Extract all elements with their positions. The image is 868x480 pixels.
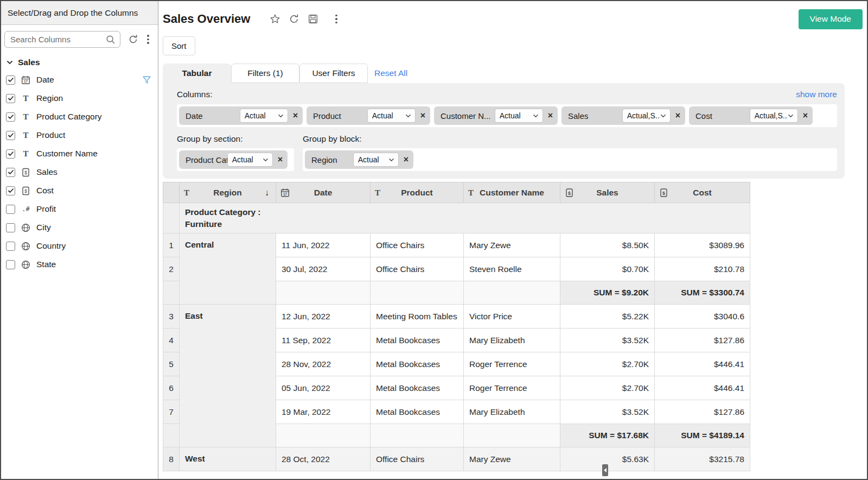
columns-label: Columns: — [177, 90, 212, 99]
sidebar-item-product[interactable]: T Product — [1, 126, 158, 144]
row-number: 3 — [163, 305, 180, 329]
row-number: 6 — [163, 376, 180, 400]
aggregation-select[interactable]: Actual — [495, 109, 543, 123]
column-header-sales[interactable]: $ Sales — [560, 182, 655, 203]
product-cell: Meeting Room Tables — [371, 305, 464, 329]
column-header-date[interactable]: 17 Date — [276, 182, 371, 203]
sidebar-item-date[interactable]: 17 Date — [1, 71, 158, 89]
chevron-down-icon — [533, 114, 539, 118]
geo-icon — [21, 242, 30, 251]
group-header-cell: Product Category : Furniture — [180, 203, 750, 233]
table-row[interactable]: 1 Central 11 Jun, 2022 Office Chairs Mar… — [163, 233, 750, 257]
group-by-section-dropzone[interactable]: Product Cat... Actual × — [177, 148, 294, 171]
remove-pill-icon[interactable]: × — [803, 111, 808, 120]
sales-cell: $5.22K — [560, 305, 655, 329]
currency-icon: $ — [659, 188, 668, 197]
column-header-region[interactable]: T Region ↓ — [180, 182, 276, 203]
aggregation-select[interactable]: Actual — [227, 153, 273, 167]
pill-region[interactable]: Region Actual × — [305, 150, 413, 169]
report-header: Sales Overview View Mode — [163, 8, 864, 30]
report-more-menu-icon[interactable] — [334, 14, 339, 25]
pill-sales[interactable]: Sales Actual,S... × — [561, 106, 685, 125]
pill-cost[interactable]: Cost Actual,S... × — [689, 106, 813, 125]
remove-pill-icon[interactable]: × — [675, 111, 680, 120]
sidebar-item-sales[interactable]: $ Sales — [1, 163, 158, 181]
group-by-block-dropzone[interactable]: Region Actual × — [303, 148, 837, 171]
aggregation-select[interactable]: Actual,S... — [622, 109, 671, 123]
chevron-down-icon — [788, 114, 794, 118]
save-icon[interactable] — [308, 14, 318, 24]
sidebar-item-product-category[interactable]: T Product Category — [1, 108, 158, 126]
app-window: Select/Drag and Drop the Columns Sales 1… — [0, 0, 868, 480]
svg-text:$: $ — [568, 190, 571, 195]
checkbox[interactable] — [6, 168, 15, 177]
checkbox[interactable] — [6, 94, 15, 103]
aggregation-select[interactable]: Actual — [240, 109, 288, 123]
cost-cell: $127.86 — [655, 329, 750, 352]
checkbox[interactable] — [6, 149, 15, 159]
view-mode-button[interactable]: View Mode — [799, 9, 863, 29]
show-more-link[interactable]: show more — [796, 90, 837, 99]
search-input-wrap — [4, 31, 120, 48]
chevron-down-icon — [263, 158, 269, 162]
table-row[interactable]: 8 West 28 Oct, 2022 Office Chairs Mary Z… — [163, 447, 750, 471]
date-icon: 17 — [21, 75, 30, 85]
remove-pill-icon[interactable]: × — [420, 111, 425, 120]
tab-tabular[interactable]: Tabular — [163, 64, 231, 83]
row-number-header — [163, 182, 180, 203]
column-list: 17 Date T Region T Product Category T Pr… — [1, 71, 158, 274]
sidebar-item-country[interactable]: Country — [1, 237, 158, 255]
table-row[interactable]: 3 East 12 Jun, 2022 Meeting Room Tables … — [163, 305, 750, 329]
remove-pill-icon[interactable]: × — [404, 155, 409, 164]
column-header-customer-name[interactable]: T Customer Name — [464, 182, 560, 203]
customer-cell: Roger Terrence — [464, 376, 560, 400]
date-cell: 28 Oct, 2022 — [276, 447, 371, 471]
aggregation-select[interactable]: Actual — [353, 153, 399, 167]
product-cell: Metal Bookcases — [371, 352, 464, 376]
pill-customer-n-[interactable]: Customer N... Actual × — [434, 106, 558, 125]
aggregation-select[interactable]: Actual,S... — [750, 109, 798, 123]
tab-user-filters[interactable]: User Filters — [299, 64, 368, 83]
column-header-cost[interactable]: $ Cost — [655, 182, 750, 203]
checkbox[interactable] — [6, 112, 15, 122]
checkbox[interactable] — [6, 242, 15, 251]
dataset-section-header[interactable]: Sales — [1, 49, 158, 71]
checkbox[interactable] — [6, 223, 15, 232]
tabs-bar: Tabular Filters (1) User Filters Reset A… — [163, 64, 864, 83]
aggregation-select[interactable]: Actual — [367, 109, 416, 123]
pill-date[interactable]: Date Actual × — [179, 106, 303, 125]
horizontal-scroll-left-handle[interactable] — [602, 464, 608, 476]
sidebar-more-menu-icon[interactable] — [146, 34, 150, 45]
check-mark-icon — [8, 169, 14, 175]
checkbox[interactable] — [6, 186, 15, 195]
columns-sidebar: Select/Drag and Drop the Columns Sales 1… — [1, 1, 158, 479]
sidebar-item-region[interactable]: T Region — [1, 89, 158, 108]
cost-cell: $3215.78 — [655, 447, 750, 471]
checkbox[interactable] — [6, 131, 15, 140]
filter-icon[interactable] — [142, 75, 151, 85]
text-icon: T — [23, 94, 28, 103]
sidebar-item-cost[interactable]: $ Cost — [1, 181, 158, 200]
sidebar-item-city[interactable]: City — [1, 218, 158, 237]
column-header-product[interactable]: T Product — [371, 182, 464, 203]
checkbox[interactable] — [6, 260, 15, 269]
remove-pill-icon[interactable]: × — [293, 111, 298, 120]
remove-pill-icon[interactable]: × — [278, 155, 283, 164]
checkbox[interactable] — [6, 75, 15, 85]
pill-product[interactable]: Product Actual × — [307, 106, 430, 125]
refresh-icon[interactable] — [289, 14, 299, 24]
row-number: 2 — [163, 257, 180, 281]
checkbox[interactable] — [6, 205, 15, 214]
remove-pill-icon[interactable]: × — [548, 111, 553, 120]
sidebar-item-profit[interactable]: .# Profit — [1, 200, 158, 218]
tab-filters[interactable]: Filters (1) — [231, 64, 299, 83]
sort-button[interactable]: Sort — [163, 36, 195, 55]
favorite-star-icon[interactable] — [270, 14, 280, 24]
columns-dropzone[interactable]: Date Actual × Product Actual × Customer … — [177, 104, 837, 127]
search-input[interactable] — [5, 31, 120, 47]
sidebar-item-state[interactable]: State — [1, 255, 158, 274]
sidebar-item-customer-name[interactable]: T Customer Name — [1, 144, 158, 163]
reset-all-link[interactable]: Reset All — [374, 68, 407, 78]
refresh-columns-icon[interactable] — [128, 34, 138, 45]
pill-product-cat-[interactable]: Product Cat... Actual × — [179, 150, 288, 169]
